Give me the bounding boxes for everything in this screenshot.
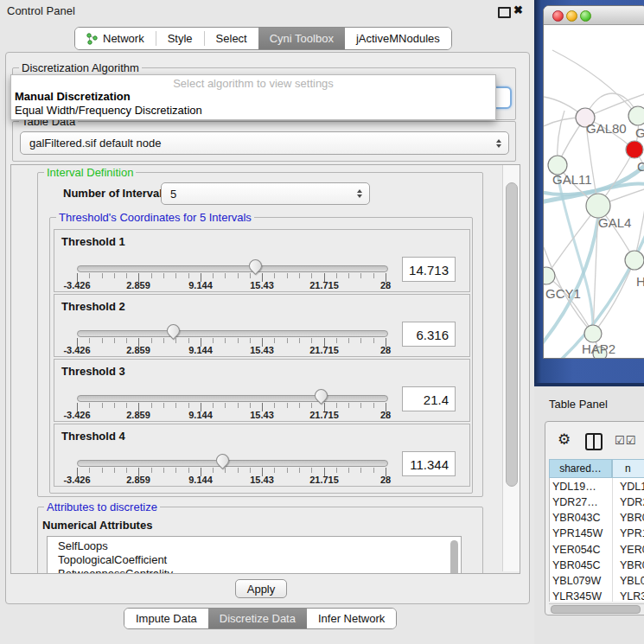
minimize-button[interactable] <box>566 10 577 22</box>
combo-stepper-icon <box>496 139 508 148</box>
threshold-1-value-field[interactable]: 14.713 <box>402 257 456 282</box>
network-view-window: GAL80 G C GAL11 GAL4 GCY1 H HAP2 <box>543 5 644 359</box>
threshold-1-slider[interactable] <box>77 265 388 272</box>
slider-ticks <box>77 468 387 476</box>
node-label-gal11: GAL11 <box>552 172 592 187</box>
horizontal-scrollbar-thumb[interactable] <box>551 605 641 614</box>
network-canvas[interactable]: GAL80 G C GAL11 GAL4 GCY1 H HAP2 <box>544 24 644 358</box>
horizontal-scrollbar[interactable] <box>549 603 644 614</box>
group-title: Threshold's Coordinates for 5 Intervals <box>56 211 254 224</box>
table-data-combobox[interactable]: galFiltered.sif default node <box>20 131 509 155</box>
vertical-scrollbar-thumb[interactable] <box>506 182 518 487</box>
column-header-shared-name[interactable]: shared… <box>549 459 612 478</box>
float-window-icon[interactable] <box>498 7 511 18</box>
node-label-g-cut: G <box>635 125 644 140</box>
split-view-icon[interactable] <box>585 433 603 450</box>
table-data-group: Table Data galFiltered.sif default node <box>12 121 516 162</box>
table-panel: ⚙ ☑☑ shared… n YDL19…YDL1 YDR27…YDR2 YBR… <box>545 421 644 615</box>
tab-impute-data[interactable]: Impute Data <box>124 609 208 628</box>
vertical-scrollbar[interactable] <box>502 165 520 571</box>
node-hap2[interactable] <box>584 325 602 342</box>
threshold-4-panel: Threshold 4 -3.426 2.859 9.144 15.43 21.… <box>54 424 470 487</box>
slider-ticks <box>77 403 387 411</box>
slider-ticks <box>77 338 387 347</box>
dropdown-option-manual-discretization[interactable]: Manual Discretization <box>15 90 131 103</box>
threshold-3-value-field[interactable]: 21.4 <box>402 386 456 411</box>
threshold-2-value-field[interactable]: 6.316 <box>402 322 456 347</box>
close-icon[interactable]: ✖ <box>513 3 523 16</box>
table-row[interactable]: YDR27…YDR2 <box>549 494 644 510</box>
number-of-intervals-combobox[interactable]: 5 <box>161 182 370 205</box>
node-label-c-cut: C <box>637 159 644 174</box>
tab-cyni-toolbox[interactable]: Cyni Toolbox <box>258 28 345 49</box>
slider-ticks <box>77 273 387 282</box>
group-title: Attributes to discretize <box>44 501 160 513</box>
table-row[interactable]: YBL079WYBL0 <box>549 573 644 589</box>
list-item[interactable]: SelfLoops <box>58 539 108 552</box>
attributes-group: Attributes to discretize Numerical Attri… <box>37 507 483 574</box>
threshold-3-panel: Threshold 3 -3.426 2.859 9.144 15.43 21.… <box>54 359 470 422</box>
threshold-3-slider[interactable] <box>77 395 388 402</box>
table-row[interactable]: YBR045CYBR0 <box>549 558 644 573</box>
gear-icon[interactable]: ⚙ <box>558 430 571 449</box>
threshold-4-value-field[interactable]: 11.344 <box>402 451 456 476</box>
tab-style[interactable]: Style <box>156 28 204 49</box>
split-view-divider <box>593 435 595 449</box>
list-scrollbar[interactable] <box>450 540 458 574</box>
zoom-button[interactable] <box>580 10 591 22</box>
dropdown-hint: Select algorithm to view settings <box>11 77 495 90</box>
node-h[interactable] <box>625 251 644 270</box>
group-title: Discretization Algorithm <box>19 61 142 74</box>
table-row[interactable]: YER054CYER0 <box>549 542 644 558</box>
close-button[interactable] <box>552 10 564 22</box>
table-panel-title: Table Panel <box>549 398 608 411</box>
numerical-attributes-list[interactable]: SelfLoops TopologicalCoefficient Between… <box>47 536 462 574</box>
table-row[interactable]: YPR145WYPR1 <box>549 526 644 541</box>
tab-select[interactable]: Select <box>205 28 258 49</box>
node-label-hap2: HAP2 <box>582 341 615 356</box>
node-label-gal80: GAL80 <box>586 121 627 136</box>
node-top-right[interactable] <box>628 106 644 125</box>
network-icon <box>86 33 98 45</box>
top-tab-bar: Network Style Select Cyni Toolbox jActiv… <box>74 27 452 50</box>
threshold-1-panel: Threshold 1 -3.426 2.859 9.144 15.43 21.… <box>54 229 470 292</box>
node-label-gcy1: GCY1 <box>545 286 581 301</box>
bottom-tab-bar: Impute Data Discretize Data Infer Networ… <box>124 608 397 629</box>
apply-button[interactable]: Apply <box>235 579 287 598</box>
select-columns-icon[interactable]: ☑☑ <box>615 434 636 447</box>
table-row[interactable]: YDL19…YDL1 <box>549 479 644 494</box>
node-label-h-cut: H <box>636 274 644 289</box>
column-header-name[interactable]: n <box>612 459 644 478</box>
algorithm-dropdown-popup: Select algorithm to view settings Manual… <box>10 74 496 120</box>
table-row[interactable]: YBR043CYBR0 <box>549 510 644 526</box>
network-window-titlebar[interactable] <box>544 6 644 25</box>
threshold-2-slider[interactable] <box>77 330 388 337</box>
dropdown-option-equal-width[interactable]: Equal Width/Frequency Discretization <box>15 104 202 117</box>
thresholds-group: Threshold's Coordinates for 5 Intervals … <box>49 217 473 494</box>
window-title: Control Panel <box>7 4 75 17</box>
group-title: Interval Definition <box>44 166 136 179</box>
threshold-2-panel: Threshold 2 -3.426 2.859 9.144 15.43 21.… <box>54 294 470 357</box>
numerical-attributes-label: Numerical Attributes <box>42 519 152 532</box>
tab-discretize-data[interactable]: Discretize Data <box>208 609 307 628</box>
tab-infer-network[interactable]: Infer Network <box>307 609 396 628</box>
node-selected-red[interactable] <box>626 141 643 158</box>
threshold-4-slider[interactable] <box>77 460 388 467</box>
node-label-gal4: GAL4 <box>598 215 631 230</box>
tab-jactivemnodules[interactable]: jActiveMNodules <box>345 28 451 49</box>
number-of-intervals-label: Number of Intervals <box>63 187 169 200</box>
control-panel-window: Control Panel ✖ Network Style Select Cyn… <box>0 0 535 644</box>
tab-network[interactable]: Network <box>75 28 156 49</box>
list-item[interactable]: BetweennessCentrality <box>58 567 173 574</box>
screen: Control Panel ✖ Network Style Select Cyn… <box>0 0 644 644</box>
table-panel-window: Table Panel ⚙ ☑☑ shared… n YDL19…YDL1 YD… <box>534 386 644 644</box>
node-gal4[interactable] <box>586 194 610 218</box>
list-item[interactable]: TopologicalCoefficient <box>58 553 167 566</box>
settings-scroll-area: Interval Definition Number of Intervals … <box>10 164 520 574</box>
combo-stepper-icon <box>357 189 369 198</box>
